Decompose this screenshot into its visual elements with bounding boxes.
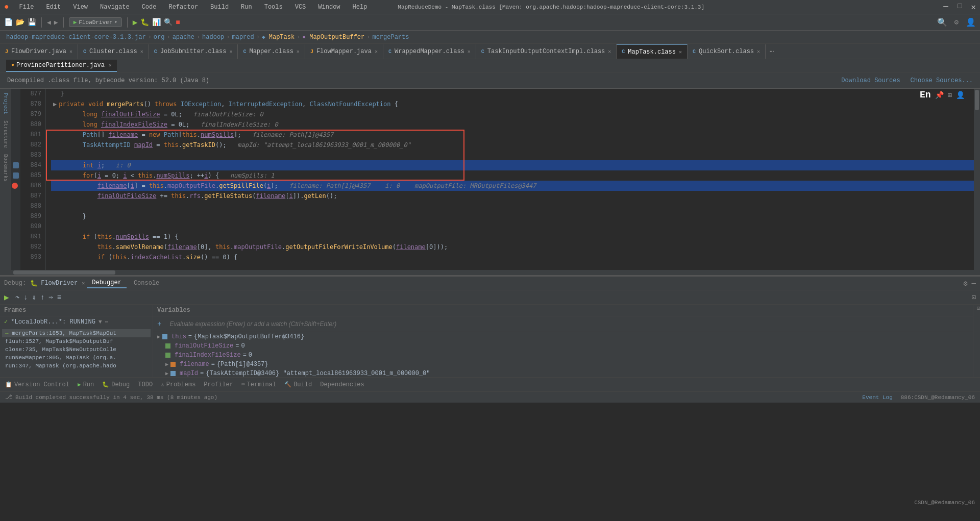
expand-debug-icon[interactable]: ⊡: [973, 305, 980, 312]
local-job-frame[interactable]: *LocalJobR...*: RUNNING: [11, 318, 95, 326]
h-scrollbar-thumb[interactable]: [13, 270, 115, 275]
profile-button[interactable]: 🔍: [164, 18, 173, 27]
close-tab-jobsubmitter[interactable]: ✕: [229, 48, 232, 55]
sidebar-project-icon[interactable]: Project: [1, 91, 10, 116]
bc-mapoutputbuffer[interactable]: ● MapOutputBuffer: [302, 34, 364, 41]
tab-flowmapper[interactable]: J FlowMapper.java ✕: [305, 44, 383, 59]
menu-run[interactable]: Run: [239, 3, 254, 12]
tab-mapper[interactable]: C Mapper.class ✕: [238, 44, 305, 59]
horizontal-scrollbar[interactable]: [11, 270, 974, 275]
force-step-into-icon[interactable]: ⇓: [32, 293, 36, 302]
resume-icon[interactable]: ▶: [4, 292, 9, 303]
close-tab-taskinputoutput[interactable]: ✕: [608, 48, 611, 55]
close-file-tab[interactable]: ✕: [109, 62, 112, 68]
gutter-886[interactable]: [11, 181, 20, 191]
coverage-button[interactable]: 📊: [152, 18, 161, 27]
run-to-cursor-icon[interactable]: ⇒: [48, 293, 53, 302]
tab-quicksort[interactable]: C QuickSort.class ✕: [688, 44, 766, 59]
expand-mapid-icon[interactable]: ▶: [165, 370, 168, 377]
frame-runnewmapper[interactable]: runNewMapper:805, MapTask (org.a.: [2, 354, 151, 362]
vertical-scrollbar[interactable]: [974, 89, 980, 275]
pin-icon[interactable]: 📌: [935, 91, 944, 100]
menu-vcs[interactable]: VCS: [293, 3, 308, 12]
bc-mergeparts[interactable]: mergeParts: [372, 34, 409, 41]
user-icon[interactable]: 👤: [966, 17, 976, 28]
debug-settings-icon[interactable]: ⚙: [963, 279, 967, 288]
menu-help[interactable]: Help: [351, 3, 370, 12]
close-tab-mapper[interactable]: ✕: [297, 48, 300, 55]
bc-maptask[interactable]: ◆ MapTask: [262, 34, 295, 41]
bc-jar[interactable]: hadoop-mapreduce-client-core-3.1.3.jar: [6, 34, 146, 41]
frame-run[interactable]: run:347, MapTask (org.apache.hado: [2, 362, 151, 370]
run-tab[interactable]: ▶ Run: [78, 381, 94, 388]
menu-tools[interactable]: Tools: [262, 3, 285, 12]
tab-jobsubmitter[interactable]: C JobSubmitter.class ✕: [149, 44, 238, 59]
step-into-icon[interactable]: ↓: [23, 293, 28, 302]
problems-tab[interactable]: ⚠ Problems: [161, 381, 195, 388]
minimize-button[interactable]: —: [943, 2, 948, 12]
menu-build[interactable]: Build: [208, 3, 231, 12]
back-icon[interactable]: ◀: [47, 18, 51, 27]
expand-this-icon[interactable]: ▶: [157, 334, 160, 340]
file-tab-provincepartitioner[interactable]: ● ProvincePartitioner.java ✕: [6, 60, 117, 72]
download-sources-link[interactable]: Download Sources: [841, 77, 900, 84]
search-everywhere-icon[interactable]: 🔍: [937, 17, 947, 28]
frame-mergeparts[interactable]: → mergeParts:1853, MapTask$MapOut: [2, 329, 151, 337]
debugger-tab[interactable]: Debugger: [87, 278, 127, 288]
menu-edit[interactable]: Edit: [44, 3, 63, 12]
tab-cluster[interactable]: C Cluster.class ✕: [78, 44, 149, 59]
version-control-tab[interactable]: 📋 Version Control: [5, 381, 69, 388]
debug-button[interactable]: 🐛: [140, 18, 149, 27]
debug-right-icon[interactable]: ⊡: [972, 293, 976, 302]
close-tab-flowmapper[interactable]: ✕: [375, 48, 378, 55]
settings-icon[interactable]: ⚙: [954, 18, 959, 27]
bc-apache[interactable]: apache: [173, 34, 194, 41]
tab-maptask[interactable]: C MapTask.class ✕: [617, 44, 688, 59]
debug-minimize-icon[interactable]: —: [972, 279, 976, 287]
menu-view[interactable]: View: [71, 3, 90, 12]
scrollbar-thumb[interactable]: [975, 90, 979, 110]
menu-file[interactable]: File: [17, 3, 36, 12]
sidebar-bookmarks-icon[interactable]: Bookmarks: [1, 152, 10, 184]
filter-icon[interactable]: ▼: [99, 319, 102, 325]
profiler-tab[interactable]: Profiler: [204, 381, 233, 388]
frame-close[interactable]: close:735, MapTask$NewOutputColle: [2, 345, 151, 354]
menu-window[interactable]: Window: [316, 3, 342, 12]
watch-expression-input[interactable]: [165, 318, 969, 330]
menu-refactor[interactable]: Refactor: [166, 3, 200, 12]
menu-code[interactable]: Code: [140, 3, 159, 12]
tab-flowdriver[interactable]: J FlowDriver.java ✕: [0, 44, 78, 59]
event-log-link[interactable]: Event Log: [862, 394, 892, 401]
dependencies-tab[interactable]: Dependencies: [320, 381, 364, 388]
layout-icon[interactable]: ⊞: [948, 91, 952, 100]
bc-mapred[interactable]: mapred: [232, 34, 254, 41]
user-avatar[interactable]: 👤: [956, 91, 965, 100]
fold-877[interactable]: ▶: [53, 99, 57, 109]
close-tab-quicksort[interactable]: ✕: [757, 48, 760, 55]
step-out-icon[interactable]: ↑: [40, 293, 44, 302]
open-icon[interactable]: 📂: [16, 18, 24, 27]
bc-hadoop[interactable]: hadoop: [202, 34, 224, 41]
close-button[interactable]: ✕: [971, 2, 976, 12]
console-tab[interactable]: Console: [129, 279, 164, 288]
save-icon[interactable]: 💾: [28, 18, 36, 27]
new-file-icon[interactable]: 📄: [4, 18, 13, 27]
step-over-icon[interactable]: ↷: [15, 293, 19, 302]
more-tabs-icon[interactable]: ⋯: [766, 47, 778, 56]
close-tab-cluster[interactable]: ✕: [140, 48, 143, 55]
maximize-button[interactable]: □: [958, 2, 962, 12]
evaluate-icon[interactable]: ≡: [57, 293, 61, 302]
close-tab-flowdriver[interactable]: ✕: [69, 48, 72, 55]
todo-tab[interactable]: TODO: [138, 381, 153, 388]
debug-bottom-tab[interactable]: 🐛 Debug: [102, 381, 130, 388]
expand-filename-icon[interactable]: ▶: [165, 361, 168, 367]
close-tab-maptask[interactable]: ✕: [679, 49, 682, 55]
close-debug-tab[interactable]: ✕: [82, 280, 85, 286]
close-tab-wrappedmapper[interactable]: ✕: [468, 48, 471, 55]
build-tab[interactable]: 🔨 Build: [284, 381, 312, 388]
forward-icon[interactable]: ▶: [54, 18, 58, 27]
menu-navigate[interactable]: Navigate: [98, 3, 132, 12]
frame-flush[interactable]: flush:1527, MapTask$MapOutputBuf: [2, 337, 151, 345]
terminal-tab[interactable]: ⌨ Terminal: [241, 381, 276, 388]
add-watch-button[interactable]: +: [157, 320, 161, 328]
